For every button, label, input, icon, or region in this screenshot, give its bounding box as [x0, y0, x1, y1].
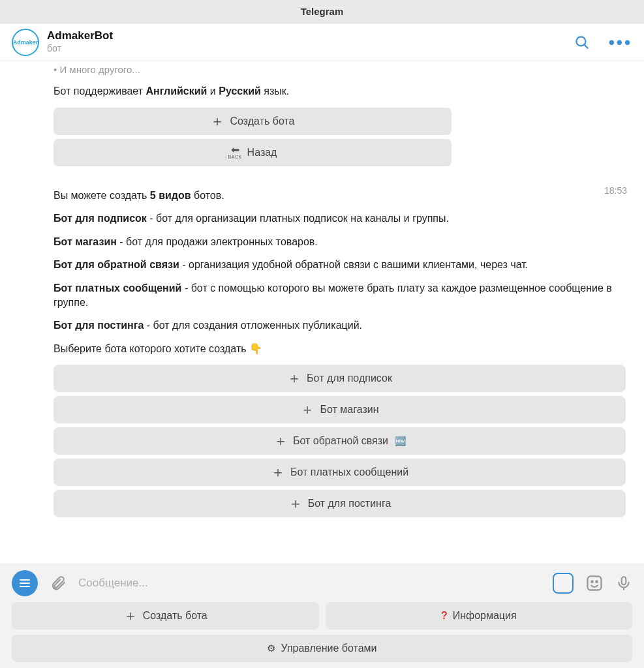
svg-point-4 — [596, 581, 597, 583]
menu-button[interactable] — [12, 570, 38, 596]
inline-keyboard-1: ＋ Создать бота ⬅BACK Назад — [54, 108, 452, 166]
prev-message-tail: • И много другого... — [54, 64, 632, 75]
more-icon[interactable]: ••• — [609, 34, 632, 51]
bot-feedback-button[interactable]: ＋ Бот обратной связи 🆕 — [54, 427, 626, 455]
app-title: Telegram — [301, 6, 344, 17]
bot-type-4: Бот платных сообщений - бот с помощью ко… — [54, 281, 632, 309]
rk-info-button[interactable]: ? Информация — [326, 602, 633, 630]
bot-type-3: Бот для обратной связи - организация удо… — [54, 258, 632, 272]
bot-shop-button[interactable]: ＋ Бот магазин — [54, 396, 626, 423]
bot-type-1: Бот для подписок - бот для организации п… — [54, 211, 632, 226]
plus-icon: ＋ — [288, 496, 303, 511]
avatar[interactable]: Admaker — [12, 29, 39, 56]
hamburger-icon — [20, 583, 30, 584]
back-button[interactable]: ⬅BACK Назад — [54, 139, 452, 166]
rk-manage-bots-button[interactable]: ⚙ Управление ботами — [12, 635, 632, 662]
window-titlebar: Telegram — [0, 0, 644, 23]
chat-header: Admaker AdmakerBot бот ••• — [0, 23, 644, 61]
messages-area: • И много другого... Бот поддерживает Ан… — [0, 61, 644, 564]
microphone-icon[interactable] — [615, 575, 632, 592]
language-support-text: Бот поддерживает Английский и Русский яз… — [54, 84, 632, 99]
plus-icon: ＋ — [287, 371, 301, 386]
attach-icon[interactable] — [50, 575, 67, 592]
create-bot-button[interactable]: ＋ Создать бота — [54, 108, 452, 135]
message-input[interactable] — [78, 577, 541, 590]
svg-rect-2 — [588, 577, 602, 590]
question-icon: ? — [441, 610, 448, 622]
plus-icon: ＋ — [210, 114, 224, 129]
chat-name: AdmakerBot — [47, 30, 574, 42]
new-badge-icon: 🆕 — [395, 436, 406, 446]
choose-prompt: Выберите бота которого хотите создать 👇 — [54, 342, 632, 356]
inline-keyboard-2: ＋ Бот для подписок ＋ Бот магазин ＋ Бот о… — [54, 365, 632, 517]
rk-create-bot-button[interactable]: ＋ Создать бота — [12, 602, 319, 630]
commands-icon[interactable] — [553, 573, 574, 594]
gear-icon: ⚙ — [267, 643, 275, 654]
svg-point-3 — [591, 581, 592, 583]
bot-subscription-button[interactable]: ＋ Бот для подписок — [54, 365, 626, 392]
search-icon[interactable] — [574, 34, 590, 51]
bottom-panel: ＋ Создать бота ? Информация ⚙ Управление… — [0, 564, 644, 668]
reply-keyboard: ＋ Создать бота ? Информация ⚙ Управление… — [0, 602, 644, 668]
plus-icon: ＋ — [300, 402, 314, 417]
plus-icon: ＋ — [271, 465, 285, 479]
sticker-icon[interactable] — [585, 574, 604, 592]
bot-type-2: Бот магазин - бот для продажи электронны… — [54, 235, 632, 249]
back-icon: ⬅BACK — [228, 145, 242, 159]
svg-rect-5 — [622, 577, 626, 584]
bot-type-5: Бот для постинга - бот для создания отло… — [54, 318, 632, 333]
svg-line-1 — [584, 44, 587, 48]
intro-text: Вы можете создать 5 видов ботов. — [54, 189, 632, 203]
input-row — [0, 564, 644, 602]
plus-icon: ＋ — [123, 609, 138, 623]
bot-posting-button[interactable]: ＋ Бот для постинга — [54, 490, 626, 517]
bot-paid-messages-button[interactable]: ＋ Бот платных сообщений — [54, 459, 626, 486]
chat-subtitle: бот — [47, 44, 574, 53]
plus-icon: ＋ — [273, 434, 288, 448]
message-timestamp: 18:53 — [604, 185, 627, 196]
chat-title-block[interactable]: AdmakerBot бот — [47, 30, 574, 53]
